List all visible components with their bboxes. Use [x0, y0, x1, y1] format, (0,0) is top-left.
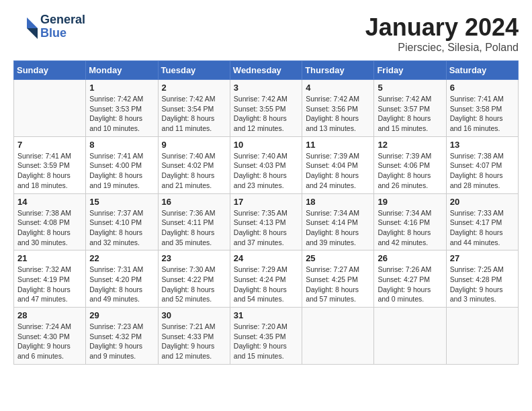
day-number: 13	[450, 140, 515, 150]
calendar-week-row: 21Sunrise: 7:32 AMSunset: 4:19 PMDayligh…	[14, 250, 519, 308]
day-info: Sunrise: 7:27 AMSunset: 4:25 PMDaylight:…	[306, 265, 370, 304]
calendar-table: SundayMondayTuesdayWednesdayThursdayFrid…	[13, 60, 519, 365]
day-number: 4	[306, 83, 370, 93]
calendar-cell: 6Sunrise: 7:41 AMSunset: 3:58 PMDaylight…	[446, 80, 518, 137]
day-info: Sunrise: 7:36 AMSunset: 4:11 PMDaylight:…	[162, 208, 226, 248]
day-info: Sunrise: 7:38 AMSunset: 4:07 PMDaylight:…	[450, 151, 515, 191]
calendar-cell	[446, 308, 518, 365]
day-number: 24	[234, 253, 298, 263]
day-info: Sunrise: 7:34 AMSunset: 4:14 PMDaylight:…	[306, 208, 370, 248]
day-info: Sunrise: 7:41 AMSunset: 4:00 PMDaylight:…	[89, 151, 154, 191]
day-number: 22	[89, 253, 154, 263]
calendar-cell: 7Sunrise: 7:41 AMSunset: 3:59 PMDaylight…	[14, 136, 86, 193]
calendar-cell: 21Sunrise: 7:32 AMSunset: 4:19 PMDayligh…	[14, 250, 86, 308]
day-number: 15	[89, 197, 154, 207]
day-info: Sunrise: 7:21 AMSunset: 4:33 PMDaylight:…	[162, 322, 226, 361]
calendar-cell: 29Sunrise: 7:23 AMSunset: 4:32 PMDayligh…	[86, 308, 158, 365]
day-number: 27	[450, 253, 515, 263]
calendar-cell: 12Sunrise: 7:39 AMSunset: 4:06 PMDayligh…	[374, 136, 446, 193]
day-number: 12	[378, 140, 442, 150]
calendar-cell: 5Sunrise: 7:42 AMSunset: 3:57 PMDaylight…	[374, 80, 446, 137]
day-number: 1	[89, 83, 154, 93]
calendar-week-row: 1Sunrise: 7:42 AMSunset: 3:53 PMDaylight…	[14, 80, 519, 137]
calendar-cell: 11Sunrise: 7:39 AMSunset: 4:04 PMDayligh…	[302, 136, 374, 193]
calendar-cell: 24Sunrise: 7:29 AMSunset: 4:24 PMDayligh…	[230, 250, 302, 308]
logo: General Blue	[13, 13, 85, 40]
day-number: 25	[306, 253, 370, 263]
day-header-wednesday: Wednesday	[230, 61, 302, 80]
day-info: Sunrise: 7:34 AMSunset: 4:16 PMDaylight:…	[378, 208, 442, 248]
day-number: 8	[89, 140, 154, 150]
calendar-cell: 1Sunrise: 7:42 AMSunset: 3:53 PMDaylight…	[86, 80, 158, 137]
day-info: Sunrise: 7:24 AMSunset: 4:30 PMDaylight:…	[17, 322, 82, 361]
day-info: Sunrise: 7:20 AMSunset: 4:35 PMDaylight:…	[234, 322, 298, 361]
day-info: Sunrise: 7:39 AMSunset: 4:06 PMDaylight:…	[378, 151, 442, 191]
day-header-sunday: Sunday	[14, 61, 86, 80]
calendar-cell: 16Sunrise: 7:36 AMSunset: 4:11 PMDayligh…	[158, 193, 230, 250]
calendar-cell: 9Sunrise: 7:40 AMSunset: 4:02 PMDaylight…	[158, 136, 230, 193]
logo-line2: Blue	[40, 27, 85, 40]
calendar-cell: 31Sunrise: 7:20 AMSunset: 4:35 PMDayligh…	[230, 308, 302, 365]
svg-marker-1	[27, 28, 38, 39]
day-header-friday: Friday	[374, 61, 446, 80]
calendar-cell: 27Sunrise: 7:25 AMSunset: 4:28 PMDayligh…	[446, 250, 518, 308]
calendar-cell: 18Sunrise: 7:34 AMSunset: 4:14 PMDayligh…	[302, 193, 374, 250]
logo-text: General Blue	[40, 13, 85, 40]
calendar-cell: 13Sunrise: 7:38 AMSunset: 4:07 PMDayligh…	[446, 136, 518, 193]
calendar-cell: 20Sunrise: 7:33 AMSunset: 4:17 PMDayligh…	[446, 193, 518, 250]
day-info: Sunrise: 7:37 AMSunset: 4:10 PMDaylight:…	[89, 208, 154, 248]
day-info: Sunrise: 7:41 AMSunset: 3:59 PMDaylight:…	[17, 151, 82, 191]
day-number: 11	[306, 140, 370, 150]
day-number: 6	[450, 83, 515, 93]
day-header-tuesday: Tuesday	[158, 61, 230, 80]
day-info: Sunrise: 7:42 AMSunset: 3:57 PMDaylight:…	[378, 94, 442, 134]
day-number: 20	[450, 197, 515, 207]
calendar-cell: 4Sunrise: 7:42 AMSunset: 3:56 PMDaylight…	[302, 80, 374, 137]
calendar-cell: 14Sunrise: 7:38 AMSunset: 4:08 PMDayligh…	[14, 193, 86, 250]
day-number: 7	[17, 140, 82, 150]
calendar-cell: 17Sunrise: 7:35 AMSunset: 4:13 PMDayligh…	[230, 193, 302, 250]
title-block: January 2024 Piersciec, Silesia, Poland	[365, 13, 519, 54]
day-info: Sunrise: 7:40 AMSunset: 4:03 PMDaylight:…	[234, 151, 298, 191]
day-number: 2	[162, 83, 226, 93]
logo-line1: General	[40, 13, 85, 27]
day-number: 5	[378, 83, 442, 93]
location: Piersciec, Silesia, Poland	[365, 42, 519, 54]
calendar-cell: 28Sunrise: 7:24 AMSunset: 4:30 PMDayligh…	[14, 308, 86, 365]
calendar-week-row: 7Sunrise: 7:41 AMSunset: 3:59 PMDaylight…	[14, 136, 519, 193]
page-header: General Blue January 2024 Piersciec, Sil…	[13, 13, 519, 54]
day-number: 16	[162, 197, 226, 207]
day-info: Sunrise: 7:31 AMSunset: 4:20 PMDaylight:…	[89, 265, 154, 304]
day-info: Sunrise: 7:33 AMSunset: 4:17 PMDaylight:…	[450, 208, 515, 248]
calendar-cell	[374, 308, 446, 365]
day-info: Sunrise: 7:29 AMSunset: 4:24 PMDaylight:…	[234, 265, 298, 304]
day-info: Sunrise: 7:35 AMSunset: 4:13 PMDaylight:…	[234, 208, 298, 248]
day-info: Sunrise: 7:26 AMSunset: 4:27 PMDaylight:…	[378, 265, 442, 304]
calendar-cell: 25Sunrise: 7:27 AMSunset: 4:25 PMDayligh…	[302, 250, 374, 308]
day-header-thursday: Thursday	[302, 61, 374, 80]
day-info: Sunrise: 7:41 AMSunset: 3:58 PMDaylight:…	[450, 94, 515, 134]
calendar-header-row: SundayMondayTuesdayWednesdayThursdayFrid…	[14, 61, 519, 80]
day-info: Sunrise: 7:30 AMSunset: 4:22 PMDaylight:…	[162, 265, 226, 304]
svg-marker-0	[27, 17, 38, 28]
day-info: Sunrise: 7:38 AMSunset: 4:08 PMDaylight:…	[17, 208, 82, 248]
day-number: 18	[306, 197, 370, 207]
day-number: 29	[89, 310, 154, 320]
calendar-cell: 3Sunrise: 7:42 AMSunset: 3:55 PMDaylight…	[230, 80, 302, 137]
day-header-saturday: Saturday	[446, 61, 518, 80]
day-number: 28	[17, 310, 82, 320]
day-header-monday: Monday	[86, 61, 158, 80]
day-info: Sunrise: 7:39 AMSunset: 4:04 PMDaylight:…	[306, 151, 370, 191]
day-info: Sunrise: 7:25 AMSunset: 4:28 PMDaylight:…	[450, 265, 515, 304]
day-number: 26	[378, 253, 442, 263]
month-title: January 2024	[365, 13, 519, 42]
calendar-cell	[302, 308, 374, 365]
day-number: 3	[234, 83, 298, 93]
day-info: Sunrise: 7:42 AMSunset: 3:54 PMDaylight:…	[162, 94, 226, 134]
day-number: 17	[234, 197, 298, 207]
day-info: Sunrise: 7:42 AMSunset: 3:55 PMDaylight:…	[234, 94, 298, 134]
day-number: 14	[17, 197, 82, 207]
day-number: 23	[162, 253, 226, 263]
day-info: Sunrise: 7:42 AMSunset: 3:53 PMDaylight:…	[89, 94, 154, 134]
day-info: Sunrise: 7:40 AMSunset: 4:02 PMDaylight:…	[162, 151, 226, 191]
